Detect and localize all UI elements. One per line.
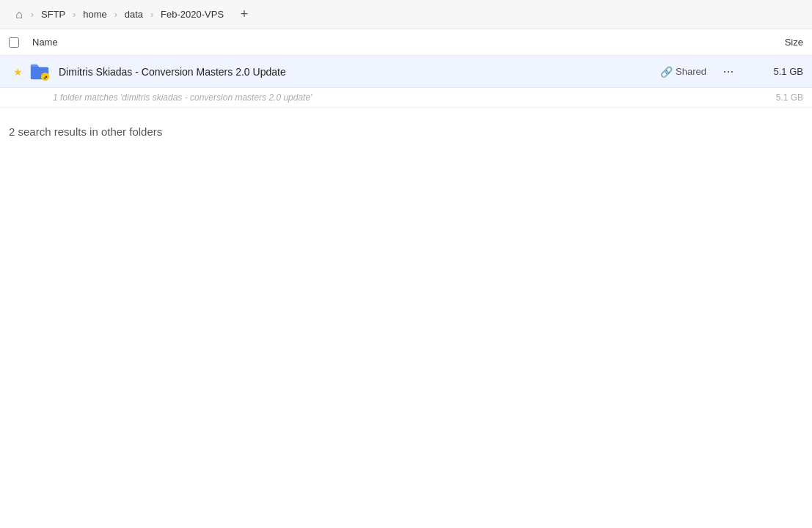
more-options-button[interactable]: ··· bbox=[718, 62, 739, 82]
size-column-header: Size bbox=[730, 37, 803, 48]
svg-text:⇗: ⇗ bbox=[43, 75, 48, 80]
table-row[interactable]: ★ ⇗ Dimitris Skiadas - Conversion Master… bbox=[0, 56, 812, 88]
match-info-row: 1 folder matches 'dimitris skiadas - con… bbox=[0, 88, 812, 108]
link-icon: 🔗 bbox=[660, 66, 673, 78]
name-column-header: Name bbox=[29, 37, 730, 48]
match-info-text: 1 folder matches 'dimitris skiadas - con… bbox=[53, 92, 776, 103]
other-results-label: 2 search results in other folders bbox=[9, 125, 162, 138]
ellipsis-icon: ··· bbox=[723, 64, 734, 79]
folder-icon: ⇗ bbox=[26, 59, 53, 85]
breadcrumb-feb2020vps[interactable]: Feb-2020-VPS bbox=[155, 6, 230, 23]
add-icon: + bbox=[241, 7, 249, 22]
separator-4: › bbox=[150, 10, 153, 20]
breadcrumb-home[interactable]: home bbox=[77, 6, 113, 23]
header-checkbox-cell bbox=[9, 37, 29, 48]
shared-label: Shared bbox=[676, 66, 706, 77]
breadcrumb-home-button[interactable]: ⌂ bbox=[9, 4, 29, 25]
separator-3: › bbox=[114, 10, 117, 20]
other-results-section: 2 search results in other folders bbox=[0, 108, 812, 150]
folder-svg: ⇗ bbox=[29, 61, 51, 83]
breadcrumb-data[interactable]: data bbox=[119, 6, 149, 23]
column-header-row: Name Size bbox=[0, 29, 812, 56]
file-name-label: Dimitris Skiadas - Conversion Masters 2.… bbox=[53, 66, 660, 78]
top-bar: ⌂ › SFTP › home › data › Feb-2020-VPS + bbox=[0, 0, 812, 29]
separator-2: › bbox=[73, 10, 76, 20]
file-size-value: 5.1 GB bbox=[745, 66, 803, 77]
shared-badge: 🔗 Shared bbox=[660, 66, 706, 78]
breadcrumb-sftp[interactable]: SFTP bbox=[35, 6, 71, 23]
add-tab-button[interactable]: + bbox=[234, 4, 255, 25]
select-all-checkbox[interactable] bbox=[9, 37, 19, 48]
separator-1: › bbox=[31, 10, 34, 20]
star-icon[interactable]: ★ bbox=[9, 66, 26, 78]
match-info-size: 5.1 GB bbox=[776, 92, 803, 103]
home-icon: ⌂ bbox=[15, 8, 23, 21]
